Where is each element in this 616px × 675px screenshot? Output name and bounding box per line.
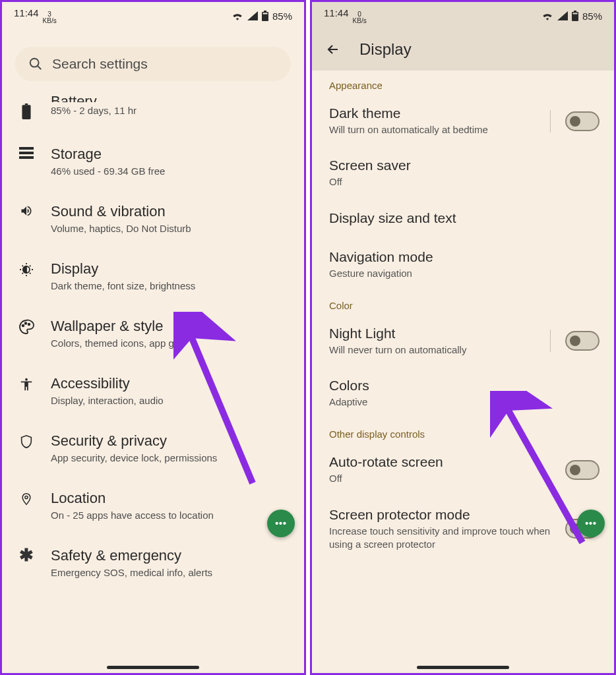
status-icons: 85% bbox=[541, 11, 602, 22]
fab-more[interactable]: ••• bbox=[267, 510, 295, 537]
toggle-auto-rotate[interactable] bbox=[565, 460, 600, 480]
toggle-dark-theme[interactable] bbox=[565, 111, 600, 131]
item-night-light[interactable]: Night LightWill never turn on automatica… bbox=[312, 315, 614, 367]
status-speed: 3 KB/s bbox=[43, 11, 57, 24]
item-dark-theme[interactable]: Dark themeWill turn on automatically at … bbox=[312, 95, 614, 147]
wifi-icon bbox=[541, 11, 553, 20]
signal-icon bbox=[557, 11, 568, 20]
app-bar: Display bbox=[312, 28, 614, 71]
divider bbox=[550, 110, 551, 132]
settings-item-display[interactable]: DisplayDark theme, font size, brightness bbox=[2, 247, 304, 305]
svg-point-3 bbox=[30, 59, 39, 67]
back-icon[interactable] bbox=[325, 42, 341, 57]
settings-item-wallpaper[interactable]: Wallpaper & styleColors, themed icons, a… bbox=[2, 305, 304, 362]
svg-rect-19 bbox=[572, 13, 577, 15]
svg-point-13 bbox=[28, 324, 30, 326]
location-icon bbox=[20, 491, 33, 507]
settings-item-safety[interactable]: ✱ Safety & emergencyEmergency SOS, medic… bbox=[2, 534, 304, 591]
status-time: 11:44 bbox=[324, 7, 349, 18]
battery-percent: 85% bbox=[582, 11, 602, 22]
asterisk-icon: ✱ bbox=[19, 548, 34, 562]
fab-more[interactable]: ••• bbox=[577, 510, 605, 537]
settings-item-security[interactable]: Security & privacyApp security, device l… bbox=[2, 419, 304, 477]
section-color: Color bbox=[312, 291, 614, 315]
status-bar: 11:44 3 KB/s 85% bbox=[2, 2, 304, 28]
nav-handle[interactable] bbox=[107, 666, 199, 669]
phone-settings: 11:44 3 KB/s 85% Search settings Battery… bbox=[0, 0, 306, 675]
toggle-night-light[interactable] bbox=[565, 331, 600, 351]
battery-icon bbox=[22, 103, 31, 119]
settings-item-battery[interactable]: Battery 85% - 2 days, 11 hr bbox=[2, 89, 304, 132]
svg-point-14 bbox=[25, 378, 28, 381]
battery-percent: 85% bbox=[272, 11, 292, 22]
item-nav-mode[interactable]: Navigation modeGesture navigation bbox=[312, 239, 614, 291]
svg-rect-9 bbox=[19, 156, 34, 159]
settings-item-storage[interactable]: Storage46% used - 69.34 GB free bbox=[2, 132, 304, 190]
shield-icon bbox=[19, 434, 34, 450]
palette-icon bbox=[18, 319, 34, 335]
nav-handle[interactable] bbox=[417, 666, 509, 669]
divider bbox=[550, 330, 551, 352]
display-icon bbox=[18, 262, 34, 278]
section-other: Other display controls bbox=[312, 419, 614, 444]
settings-item-accessibility[interactable]: AccessibilityDisplay, interaction, audio bbox=[2, 362, 304, 419]
page-title: Display bbox=[359, 40, 412, 59]
svg-rect-2 bbox=[262, 13, 267, 15]
item-display-size[interactable]: Display size and text bbox=[312, 200, 614, 239]
battery-icon bbox=[262, 11, 268, 21]
storage-icon bbox=[19, 147, 34, 159]
wifi-icon bbox=[231, 11, 243, 20]
section-appearance: Appearance bbox=[312, 71, 614, 95]
status-time: 11:44 bbox=[14, 7, 39, 18]
item-colors[interactable]: ColorsAdaptive bbox=[312, 367, 614, 419]
svg-rect-7 bbox=[19, 147, 34, 150]
search-settings[interactable]: Search settings bbox=[15, 47, 291, 81]
signal-icon bbox=[247, 11, 258, 20]
svg-rect-18 bbox=[574, 11, 576, 12]
svg-rect-6 bbox=[25, 103, 28, 105]
item-screen-protector[interactable]: Screen protector modeIncrease touch sens… bbox=[312, 496, 614, 562]
item-screen-saver[interactable]: Screen saverOff bbox=[312, 147, 614, 199]
more-icon: ••• bbox=[275, 518, 287, 529]
svg-point-15 bbox=[25, 496, 28, 498]
item-auto-rotate[interactable]: Auto-rotate screenOff bbox=[312, 444, 614, 496]
status-speed: 0 KB/s bbox=[353, 11, 367, 24]
svg-rect-5 bbox=[22, 105, 30, 119]
accessibility-icon bbox=[19, 376, 34, 392]
settings-item-location[interactable]: LocationOn - 25 apps have access to loca… bbox=[2, 477, 304, 534]
settings-item-sound[interactable]: Sound & vibrationVolume, haptics, Do Not… bbox=[2, 190, 304, 247]
more-icon: ••• bbox=[585, 518, 597, 529]
svg-point-11 bbox=[22, 325, 24, 327]
svg-rect-1 bbox=[264, 11, 266, 12]
search-placeholder: Search settings bbox=[52, 56, 148, 72]
battery-icon bbox=[572, 11, 578, 21]
svg-line-4 bbox=[38, 66, 42, 70]
svg-rect-8 bbox=[19, 152, 34, 154]
search-icon bbox=[28, 57, 43, 71]
sound-icon bbox=[19, 204, 34, 218]
phone-display: 11:44 0 KB/s 85% Display Appearance Dark… bbox=[310, 0, 616, 675]
svg-point-12 bbox=[25, 322, 27, 324]
status-bar: 11:44 0 KB/s 85% bbox=[312, 2, 614, 28]
settings-list[interactable]: Battery 85% - 2 days, 11 hr Storage46% u… bbox=[2, 89, 304, 591]
status-icons: 85% bbox=[231, 11, 292, 22]
